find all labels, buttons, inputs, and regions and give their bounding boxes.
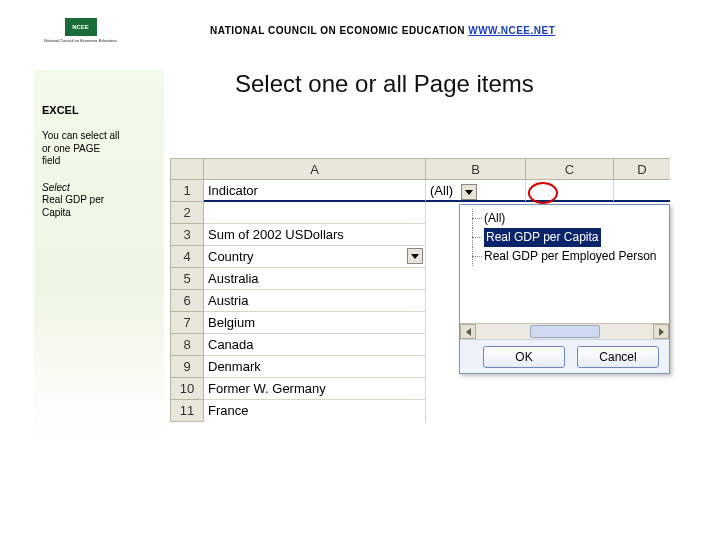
ncee-link[interactable]: WWW.NCEE.NET bbox=[468, 25, 555, 36]
chevron-right-icon bbox=[659, 328, 664, 336]
cell-C1[interactable] bbox=[526, 180, 614, 202]
logo-caption: National Council on Economic Education bbox=[44, 38, 116, 43]
table-row: 7 Belgium bbox=[170, 312, 426, 334]
table-row: 5 Australia bbox=[170, 268, 426, 290]
slide-title: Select one or all Page items bbox=[235, 70, 534, 98]
cell-D1[interactable] bbox=[614, 180, 670, 202]
cell[interactable]: France bbox=[204, 400, 426, 422]
table-row: 10 Former W. Germany bbox=[170, 378, 426, 400]
row-header[interactable]: 7 bbox=[170, 312, 204, 334]
col-header-A[interactable]: A bbox=[204, 158, 426, 180]
ok-button[interactable]: OK bbox=[483, 346, 565, 368]
row-header[interactable]: 3 bbox=[170, 224, 204, 246]
cell[interactable]: Country bbox=[204, 246, 426, 268]
row-header[interactable]: 11 bbox=[170, 400, 204, 422]
excel-screenshot: A B C D 1 Indicator (All) 2 3 Sum of 200… bbox=[170, 148, 670, 428]
table-row: 3 Sum of 2002 USDollars bbox=[170, 224, 426, 246]
table-row: 1 Indicator (All) bbox=[170, 180, 670, 202]
logo-badge: NCEE bbox=[65, 18, 97, 36]
table-row: 11 France bbox=[170, 400, 426, 422]
cell[interactable]: Austria bbox=[204, 290, 426, 312]
dropdown-button-bar: OK Cancel bbox=[460, 339, 669, 373]
org-name: NATIONAL COUNCIL ON ECONOMIC EDUCATION bbox=[210, 25, 465, 36]
scroll-thumb[interactable] bbox=[530, 325, 600, 338]
ncee-logo: NCEE National Council on Economic Educat… bbox=[38, 10, 123, 50]
col-header-D[interactable]: D bbox=[614, 158, 670, 180]
page-field-value: (All) bbox=[430, 183, 453, 198]
scroll-right-button[interactable] bbox=[653, 324, 669, 339]
table-row: 6 Austria bbox=[170, 290, 426, 312]
cell[interactable]: Former W. Germany bbox=[204, 378, 426, 400]
row-header[interactable]: 6 bbox=[170, 290, 204, 312]
dropdown-item[interactable]: (All) bbox=[464, 209, 665, 228]
sidebar-heading: EXCEL bbox=[42, 104, 156, 116]
row-header[interactable]: 9 bbox=[170, 356, 204, 378]
dropdown-item[interactable]: Real GDP per Employed Person bbox=[464, 247, 665, 266]
dropdown-item-selected[interactable]: Real GDP per Capita bbox=[464, 228, 665, 247]
cell[interactable]: Australia bbox=[204, 268, 426, 290]
slide: { "header": { "org_text": "NATIONAL COUN… bbox=[0, 0, 720, 540]
cell[interactable]: Denmark bbox=[204, 356, 426, 378]
select-all-corner[interactable] bbox=[170, 158, 204, 180]
page-field-dropdown: (All) Real GDP per Capita Real GDP per E… bbox=[459, 204, 670, 374]
row-field-dropdown-button[interactable] bbox=[407, 248, 423, 264]
sidebar-para-2: Select Real GDP per Capita bbox=[42, 182, 156, 220]
cell[interactable]: Belgium bbox=[204, 312, 426, 334]
column-headers: A B C D bbox=[170, 158, 670, 180]
cell-A1[interactable]: Indicator bbox=[204, 180, 426, 202]
row-header[interactable]: 2 bbox=[170, 202, 204, 224]
header-text: NATIONAL COUNCIL ON ECONOMIC EDUCATION W… bbox=[210, 25, 555, 36]
cell[interactable]: Canada bbox=[204, 334, 426, 356]
sidebar-para-1: You can select all or one PAGE field bbox=[42, 130, 156, 168]
cell[interactable] bbox=[204, 202, 426, 224]
row-header[interactable]: 5 bbox=[170, 268, 204, 290]
col-header-C[interactable]: C bbox=[526, 158, 614, 180]
table-row: 9 Denmark bbox=[170, 356, 426, 378]
table-row: 2 bbox=[170, 202, 426, 224]
cell-B1[interactable]: (All) bbox=[426, 180, 526, 202]
row-header[interactable]: 4 bbox=[170, 246, 204, 268]
dropdown-list: (All) Real GDP per Capita Real GDP per E… bbox=[460, 205, 669, 323]
col-header-B[interactable]: B bbox=[426, 158, 526, 180]
page-field-dropdown-button[interactable] bbox=[461, 184, 477, 200]
row-header[interactable]: 1 bbox=[170, 180, 204, 202]
table-row: 4 Country bbox=[170, 246, 426, 268]
horizontal-scrollbar[interactable] bbox=[460, 323, 669, 339]
cancel-button[interactable]: Cancel bbox=[577, 346, 659, 368]
scroll-left-button[interactable] bbox=[460, 324, 476, 339]
row-header[interactable]: 10 bbox=[170, 378, 204, 400]
row-header[interactable]: 8 bbox=[170, 334, 204, 356]
sidebar: EXCEL You can select all or one PAGE fie… bbox=[34, 70, 164, 440]
table-row: 8 Canada bbox=[170, 334, 426, 356]
chevron-left-icon bbox=[466, 328, 471, 336]
cell[interactable]: Sum of 2002 USDollars bbox=[204, 224, 426, 246]
